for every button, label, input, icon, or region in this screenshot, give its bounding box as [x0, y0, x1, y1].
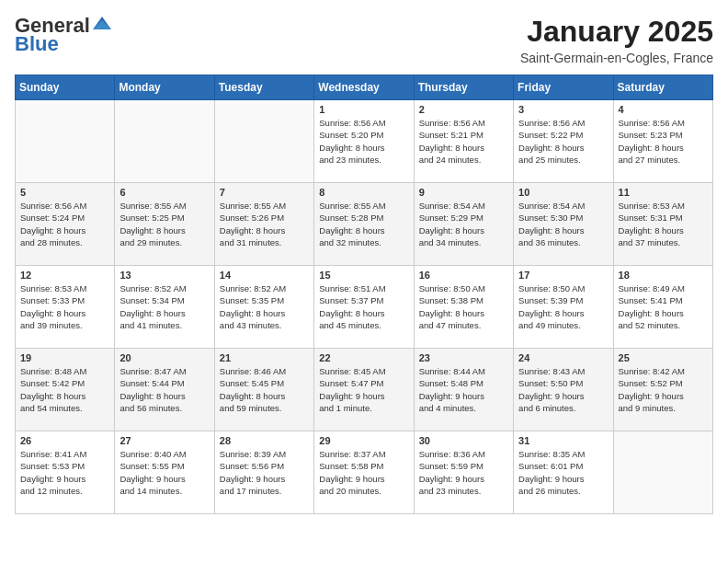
day-number: 20	[119, 352, 209, 363]
day-info: Sunrise: 8:46 AM Sunset: 5:45 PM Dayligh…	[220, 365, 309, 414]
day-header-saturday: Saturday	[613, 75, 712, 100]
day-header-thursday: Thursday	[414, 75, 513, 100]
calendar-week-4: 19Sunrise: 8:48 AM Sunset: 5:42 PM Dayli…	[16, 349, 713, 431]
calendar-cell: 11Sunrise: 8:53 AM Sunset: 5:31 PM Dayli…	[613, 183, 712, 266]
calendar-cell: 7Sunrise: 8:55 AM Sunset: 5:26 PM Daylig…	[214, 183, 313, 266]
day-number: 3	[518, 104, 608, 115]
calendar-cell: 2Sunrise: 8:56 AM Sunset: 5:21 PM Daylig…	[414, 100, 513, 183]
day-number: 16	[419, 270, 508, 281]
day-number: 26	[20, 435, 109, 446]
day-info: Sunrise: 8:49 AM Sunset: 5:41 PM Dayligh…	[619, 282, 708, 331]
day-number: 10	[518, 187, 608, 198]
day-number: 22	[319, 352, 408, 363]
calendar-week-2: 5Sunrise: 8:56 AM Sunset: 5:24 PM Daylig…	[16, 183, 713, 266]
day-info: Sunrise: 8:54 AM Sunset: 5:29 PM Dayligh…	[419, 200, 508, 248]
page-header: General Blue January 2025 Saint-Germain-…	[15, 15, 713, 65]
calendar-cell: 8Sunrise: 8:55 AM Sunset: 5:28 PM Daylig…	[314, 183, 414, 266]
calendar-cell: 13Sunrise: 8:52 AM Sunset: 5:34 PM Dayli…	[115, 266, 214, 349]
day-number: 14	[220, 270, 309, 281]
day-number: 17	[518, 270, 608, 281]
calendar-cell: 18Sunrise: 8:49 AM Sunset: 5:41 PM Dayli…	[613, 266, 712, 349]
calendar-cell: 29Sunrise: 8:37 AM Sunset: 5:58 PM Dayli…	[314, 431, 414, 514]
day-info: Sunrise: 8:55 AM Sunset: 5:26 PM Dayligh…	[220, 200, 309, 248]
calendar-cell: 19Sunrise: 8:48 AM Sunset: 5:42 PM Dayli…	[16, 349, 115, 431]
day-info: Sunrise: 8:56 AM Sunset: 5:20 PM Dayligh…	[319, 117, 408, 166]
day-info: Sunrise: 8:54 AM Sunset: 5:30 PM Dayligh…	[518, 200, 608, 248]
day-info: Sunrise: 8:36 AM Sunset: 5:59 PM Dayligh…	[419, 448, 508, 497]
day-info: Sunrise: 8:35 AM Sunset: 6:01 PM Dayligh…	[518, 448, 608, 497]
day-info: Sunrise: 8:52 AM Sunset: 5:35 PM Dayligh…	[220, 282, 309, 331]
day-info: Sunrise: 8:41 AM Sunset: 5:53 PM Dayligh…	[20, 448, 109, 497]
day-number: 28	[220, 435, 309, 446]
calendar-week-1: 1Sunrise: 8:56 AM Sunset: 5:20 PM Daylig…	[16, 100, 713, 183]
day-number: 29	[319, 435, 408, 446]
calendar-cell: 12Sunrise: 8:53 AM Sunset: 5:33 PM Dayli…	[16, 266, 115, 349]
day-info: Sunrise: 8:56 AM Sunset: 5:22 PM Dayligh…	[518, 117, 608, 166]
calendar-cell: 14Sunrise: 8:52 AM Sunset: 5:35 PM Dayli…	[214, 266, 313, 349]
day-info: Sunrise: 8:52 AM Sunset: 5:34 PM Dayligh…	[119, 282, 209, 331]
day-number: 27	[119, 435, 209, 446]
day-info: Sunrise: 8:47 AM Sunset: 5:44 PM Dayligh…	[119, 365, 209, 414]
calendar-cell: 30Sunrise: 8:36 AM Sunset: 5:59 PM Dayli…	[414, 431, 513, 514]
calendar-cell: 28Sunrise: 8:39 AM Sunset: 5:56 PM Dayli…	[214, 431, 313, 514]
day-info: Sunrise: 8:39 AM Sunset: 5:56 PM Dayligh…	[220, 448, 309, 497]
day-number: 30	[419, 435, 508, 446]
calendar-header-row: SundayMondayTuesdayWednesdayThursdayFrid…	[16, 75, 713, 100]
day-number: 7	[220, 187, 309, 198]
day-number: 15	[319, 270, 408, 281]
calendar-week-5: 26Sunrise: 8:41 AM Sunset: 5:53 PM Dayli…	[16, 431, 713, 514]
day-info: Sunrise: 8:50 AM Sunset: 5:39 PM Dayligh…	[518, 282, 608, 331]
day-number: 1	[319, 104, 408, 115]
calendar-cell	[214, 100, 313, 183]
svg-marker-1	[93, 20, 111, 29]
day-info: Sunrise: 8:40 AM Sunset: 5:55 PM Dayligh…	[119, 448, 209, 497]
calendar-cell: 25Sunrise: 8:42 AM Sunset: 5:52 PM Dayli…	[613, 349, 712, 431]
calendar-cell: 31Sunrise: 8:35 AM Sunset: 6:01 PM Dayli…	[514, 431, 613, 514]
calendar-cell: 3Sunrise: 8:56 AM Sunset: 5:22 PM Daylig…	[514, 100, 613, 183]
logo-icon	[93, 17, 111, 31]
logo: General Blue	[15, 15, 111, 55]
day-info: Sunrise: 8:45 AM Sunset: 5:47 PM Dayligh…	[319, 365, 408, 414]
day-info: Sunrise: 8:56 AM Sunset: 5:23 PM Dayligh…	[619, 117, 708, 166]
calendar-cell: 26Sunrise: 8:41 AM Sunset: 5:53 PM Dayli…	[16, 431, 115, 514]
day-info: Sunrise: 8:56 AM Sunset: 5:24 PM Dayligh…	[20, 200, 109, 248]
day-header-tuesday: Tuesday	[214, 75, 313, 100]
day-info: Sunrise: 8:48 AM Sunset: 5:42 PM Dayligh…	[20, 365, 109, 414]
day-number: 19	[20, 352, 109, 363]
calendar-cell: 20Sunrise: 8:47 AM Sunset: 5:44 PM Dayli…	[115, 349, 214, 431]
calendar-cell: 16Sunrise: 8:50 AM Sunset: 5:38 PM Dayli…	[414, 266, 513, 349]
location: Saint-Germain-en-Cogles, France	[520, 51, 713, 65]
calendar-cell: 4Sunrise: 8:56 AM Sunset: 5:23 PM Daylig…	[613, 100, 712, 183]
day-info: Sunrise: 8:50 AM Sunset: 5:38 PM Dayligh…	[419, 282, 508, 331]
day-info: Sunrise: 8:53 AM Sunset: 5:31 PM Dayligh…	[619, 200, 708, 248]
calendar-cell	[115, 100, 214, 183]
day-number: 6	[119, 187, 209, 198]
day-info: Sunrise: 8:51 AM Sunset: 5:37 PM Dayligh…	[319, 282, 408, 331]
day-info: Sunrise: 8:53 AM Sunset: 5:33 PM Dayligh…	[20, 282, 109, 331]
calendar-week-3: 12Sunrise: 8:53 AM Sunset: 5:33 PM Dayli…	[16, 266, 713, 349]
day-header-monday: Monday	[115, 75, 214, 100]
day-number: 25	[619, 352, 708, 363]
day-number: 5	[20, 187, 109, 198]
day-number: 9	[419, 187, 508, 198]
calendar-cell: 22Sunrise: 8:45 AM Sunset: 5:47 PM Dayli…	[314, 349, 414, 431]
day-number: 31	[518, 435, 608, 446]
day-info: Sunrise: 8:55 AM Sunset: 5:28 PM Dayligh…	[319, 200, 408, 248]
calendar-cell: 9Sunrise: 8:54 AM Sunset: 5:29 PM Daylig…	[414, 183, 513, 266]
day-number: 12	[20, 270, 109, 281]
calendar-cell: 24Sunrise: 8:43 AM Sunset: 5:50 PM Dayli…	[514, 349, 613, 431]
day-info: Sunrise: 8:56 AM Sunset: 5:21 PM Dayligh…	[419, 117, 508, 166]
day-info: Sunrise: 8:43 AM Sunset: 5:50 PM Dayligh…	[518, 365, 608, 414]
day-header-wednesday: Wednesday	[314, 75, 414, 100]
calendar-cell: 1Sunrise: 8:56 AM Sunset: 5:20 PM Daylig…	[314, 100, 414, 183]
calendar-cell: 6Sunrise: 8:55 AM Sunset: 5:25 PM Daylig…	[115, 183, 214, 266]
logo-blue: Blue	[15, 33, 59, 55]
day-number: 4	[619, 104, 708, 115]
calendar-cell: 17Sunrise: 8:50 AM Sunset: 5:39 PM Dayli…	[514, 266, 613, 349]
day-number: 21	[220, 352, 309, 363]
calendar-cell: 21Sunrise: 8:46 AM Sunset: 5:45 PM Dayli…	[214, 349, 313, 431]
day-header-sunday: Sunday	[16, 75, 115, 100]
day-number: 18	[619, 270, 708, 281]
day-number: 24	[518, 352, 608, 363]
day-info: Sunrise: 8:44 AM Sunset: 5:48 PM Dayligh…	[419, 365, 508, 414]
